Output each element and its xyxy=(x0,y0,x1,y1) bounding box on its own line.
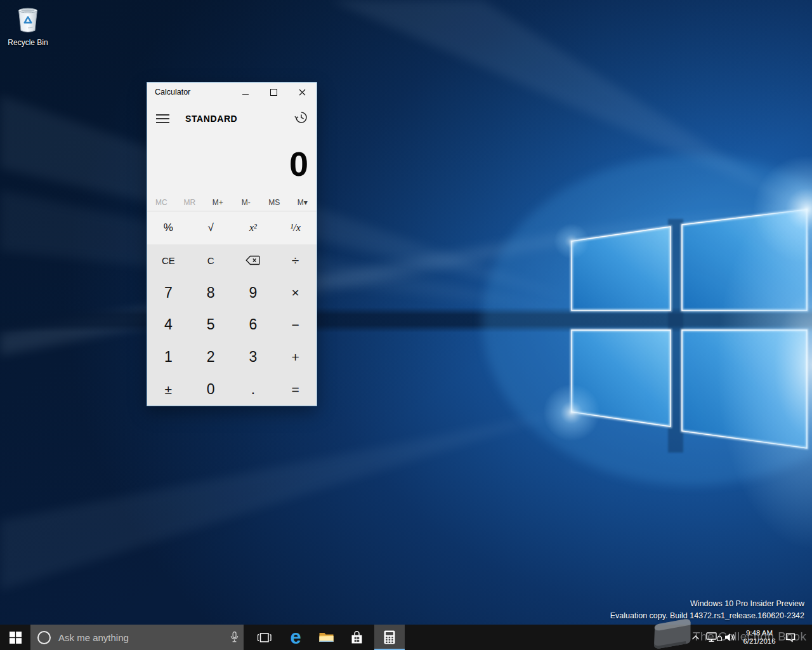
wallpaper-hero xyxy=(0,0,812,650)
memory-store-button[interactable]: MS xyxy=(260,198,289,207)
minimize-icon xyxy=(242,94,249,95)
calculator-titlebar[interactable]: Calculator xyxy=(147,83,317,103)
seven-button[interactable]: 7 xyxy=(147,277,190,309)
clock-time: 9:48 AM xyxy=(737,629,782,637)
desktop: Recycle Bin Calculator STANDARD xyxy=(0,0,812,650)
six-button[interactable]: 6 xyxy=(232,309,275,342)
multiply-button[interactable]: × xyxy=(274,277,317,309)
tray-volume-button[interactable] xyxy=(723,625,737,650)
five-button[interactable]: 5 xyxy=(190,309,232,342)
start-button[interactable] xyxy=(0,625,30,650)
file-explorer-icon xyxy=(318,631,334,644)
start-icon xyxy=(10,632,22,644)
sqrt-button[interactable]: √ xyxy=(190,211,232,244)
task-view-button[interactable] xyxy=(249,625,279,650)
window-title: Calculator xyxy=(155,88,190,96)
action-center-icon xyxy=(785,632,796,643)
plus-button[interactable]: + xyxy=(274,341,317,373)
backspace-button[interactable] xyxy=(232,244,275,277)
taskbar-app-edge[interactable]: e xyxy=(280,625,311,650)
keypad: CE C ÷ 7 8 9 × 4 5 6 − 1 2 3 + ± 0 . xyxy=(147,244,317,406)
memory-recall-button[interactable]: MR xyxy=(176,198,204,207)
memory-row: MC MR M+ M- MS M▾ xyxy=(147,194,317,211)
clear-entry-button[interactable]: CE xyxy=(147,244,190,277)
recycle-bin[interactable]: Recycle Bin xyxy=(4,5,52,47)
recycle-bin-icon xyxy=(13,5,43,34)
zero-button[interactable]: 0 xyxy=(190,373,232,406)
one-button[interactable]: 1 xyxy=(147,341,190,373)
close-icon xyxy=(299,89,306,96)
memory-flyout-button[interactable]: M▾ xyxy=(289,198,317,207)
tray-network-button[interactable] xyxy=(705,625,723,650)
minus-button[interactable]: − xyxy=(274,309,317,342)
backspace-icon xyxy=(246,255,260,265)
calculator-display: 0 xyxy=(147,141,317,187)
percent-button[interactable]: % xyxy=(147,211,190,244)
history-icon xyxy=(294,110,308,124)
taskbar-app-file-explorer[interactable] xyxy=(311,625,341,650)
microphone-icon[interactable] xyxy=(230,631,239,647)
memory-subtract-button[interactable]: M- xyxy=(232,198,261,207)
cortana-icon xyxy=(37,631,51,644)
memory-clear-button[interactable]: MC xyxy=(147,198,176,207)
clear-button[interactable]: C xyxy=(190,244,232,277)
eight-button[interactable]: 8 xyxy=(190,277,232,309)
mode-label: STANDARD xyxy=(185,114,237,124)
reciprocal-button[interactable]: ¹/x xyxy=(274,211,317,244)
memory-add-button[interactable]: M+ xyxy=(204,198,232,207)
speaker-icon xyxy=(724,632,736,642)
divide-button[interactable]: ÷ xyxy=(274,244,317,277)
clock-date: 6/21/2016 xyxy=(737,637,782,646)
chevron-up-icon xyxy=(691,634,700,641)
three-button[interactable]: 3 xyxy=(232,341,275,373)
search-box[interactable] xyxy=(30,625,244,650)
action-center-button[interactable] xyxy=(782,625,799,650)
taskbar: The Collection Book xyxy=(0,625,812,650)
menu-button[interactable] xyxy=(156,114,169,123)
minimize-button[interactable] xyxy=(231,83,259,102)
two-button[interactable]: 2 xyxy=(190,341,232,373)
plus-minus-button[interactable]: ± xyxy=(147,373,190,406)
maximize-button[interactable] xyxy=(259,83,288,102)
history-button[interactable] xyxy=(294,110,308,127)
search-input[interactable] xyxy=(57,632,212,644)
tray-expand-button[interactable] xyxy=(689,625,702,650)
calculator-window: Calculator STANDARD 0 xyxy=(147,82,317,406)
recycle-bin-label: Recycle Bin xyxy=(4,38,52,47)
store-icon xyxy=(350,630,363,645)
nine-button[interactable]: 9 xyxy=(232,277,275,309)
taskbar-app-calculator-active[interactable] xyxy=(374,625,405,650)
function-row: % √ x² ¹/x xyxy=(147,211,317,244)
four-button[interactable]: 4 xyxy=(147,309,190,342)
window-controls xyxy=(231,83,317,102)
edge-icon: e xyxy=(290,625,301,650)
hamburger-icon xyxy=(156,114,169,116)
maximize-icon xyxy=(270,89,277,96)
tray-clock[interactable]: 9:48 AM 6/21/2016 xyxy=(737,625,782,650)
square-button[interactable]: x² xyxy=(232,211,275,244)
close-button[interactable] xyxy=(288,83,317,102)
equals-button[interactable]: = xyxy=(274,373,317,406)
network-icon xyxy=(706,632,723,643)
task-view-icon xyxy=(257,632,272,644)
calculator-icon xyxy=(384,630,395,644)
decimal-button[interactable]: . xyxy=(232,373,275,406)
taskbar-app-store[interactable] xyxy=(341,625,372,650)
